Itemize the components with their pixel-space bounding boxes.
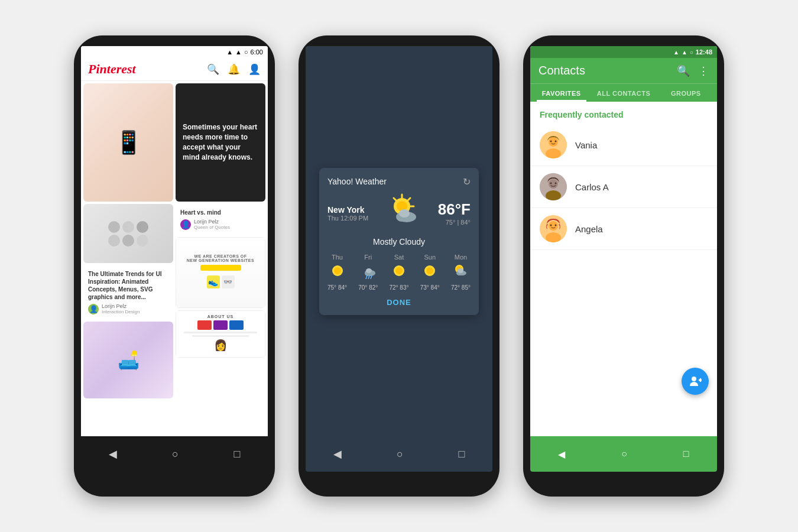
forecast-temps-sun: 73° 84° (420, 284, 440, 291)
pin-card-quote[interactable]: Sometimes your heart needs more time to … (176, 83, 265, 202)
contact-avatar-carlos (540, 173, 567, 200)
pin-card-heart[interactable]: Heart vs. mind 👤 Lorijn Pelz Queen of Qu… (176, 204, 265, 235)
back-button[interactable]: ◀ (333, 447, 342, 460)
svg-point-8 (399, 209, 410, 218)
contact-item-carlos[interactable]: Carlos A (530, 166, 717, 208)
svg-point-25 (458, 268, 463, 273)
recents-button[interactable]: □ (683, 449, 689, 459)
weather-done-button[interactable]: DONE (327, 298, 471, 307)
svg-line-15 (368, 275, 369, 279)
back-button[interactable]: ◀ (109, 447, 117, 460)
battery-icon: ○ (690, 49, 693, 56)
contacts-status-bar: ▲ ▲ ○ 12:48 (530, 46, 717, 58)
contact-item-angela[interactable]: Angela (530, 208, 717, 250)
forecast-sat: Sat 72° 83° (389, 254, 408, 291)
nav-bar-pinterest: ◀ ○ □ (81, 436, 268, 472)
pin-card-web[interactable]: WE ARE CREATORS OFNEW GENERATION WEBSITE… (176, 237, 265, 308)
svg-point-35 (555, 183, 557, 184)
author-avatar-1: 👤 (88, 304, 99, 314)
contact-item-vania[interactable]: Vania (530, 124, 717, 166)
author-sub-1: Interaction Design (102, 309, 140, 314)
pin-card-grey[interactable] (83, 204, 173, 263)
svg-point-10 (334, 267, 341, 274)
pinterest-logo: Pinterest (88, 61, 136, 77)
contacts-tabs: FAVORITES ALL CONTACTS GROUPS (530, 83, 717, 102)
forecast-icon-sat (391, 262, 407, 283)
author-sub-2: Queen of Quotes (194, 225, 230, 230)
weather-widget-header: Yahoo! Weather ↻ (327, 176, 471, 187)
svg-point-41 (692, 377, 696, 381)
contact-avatar-angela (540, 215, 567, 242)
pin-card-hand[interactable]: 📱 (83, 83, 173, 202)
svg-point-29 (550, 141, 552, 142)
pinterest-header: Pinterest 🔍 🔔 👤 (81, 58, 268, 81)
add-contact-fab[interactable] (682, 368, 709, 395)
tab-groups[interactable]: GROUPS (655, 84, 717, 102)
forecast-icon-sun (421, 262, 438, 283)
home-button[interactable]: ○ (397, 448, 403, 460)
phone-pinterest: ▲ ▲ ○ 6:00 Pinterest 🔍 🔔 👤 📱 (74, 35, 275, 497)
notifications-icon[interactable]: 🔔 (228, 63, 240, 76)
forecast-temps-sat: 72° 83° (389, 284, 408, 291)
contacts-toolbar: Contacts 🔍 ⋮ (530, 58, 717, 83)
svg-point-37 (549, 221, 558, 231)
contact-name-angela: Angela (575, 224, 603, 234)
contacts-screen-wrapper: ▲ ▲ ○ 12:48 Contacts 🔍 ⋮ FAVORITES ALL (530, 46, 717, 436)
pin-image-grey (83, 204, 173, 263)
pin-card-room[interactable]: 🛋️ (83, 322, 173, 398)
svg-line-14 (366, 275, 367, 279)
profile-icon[interactable]: 👤 (248, 63, 261, 76)
pin-image-about: ABOUT US 👩 (176, 310, 265, 358)
status-bar: ▲ ▲ ○ 6:00 (81, 46, 268, 58)
pin-article-author: 👤 Lorijn Pelz Interaction Design (88, 303, 168, 314)
svg-point-40 (555, 225, 557, 226)
home-button[interactable]: ○ (621, 449, 627, 459)
pinterest-header-icons: 🔍 🔔 👤 (207, 63, 261, 76)
home-button[interactable]: ○ (172, 448, 179, 460)
author-name-2: Lorijn Pelz (194, 219, 230, 225)
pin-article-title: The Ultimate Trends for UI Inspiration: … (88, 270, 168, 301)
weather-screen: Yahoo! Weather ↻ New York Thu 12:09 PM (306, 46, 492, 436)
recents-button[interactable]: □ (458, 448, 465, 460)
contacts-more-icon[interactable]: ⋮ (698, 64, 709, 77)
contacts-search-icon[interactable]: 🔍 (677, 64, 690, 77)
author-name-1: Lorijn Pelz (102, 303, 140, 309)
svg-point-39 (550, 225, 552, 226)
weather-main-icon (385, 193, 421, 233)
nav-bar-weather: ◀ ○ □ (306, 436, 492, 472)
phone-weather: Yahoo! Weather ↻ New York Thu 12:09 PM (299, 35, 499, 497)
weather-temp-section: 86°F 75° | 84° (438, 200, 471, 226)
contacts-screen: ▲ ▲ ○ 12:48 Contacts 🔍 ⋮ FAVORITES ALL (530, 46, 717, 436)
weather-main-section: New York Thu 12:09 PM (327, 193, 471, 233)
weather-location: New York Thu 12:09 PM (327, 205, 368, 222)
forecast-day-thu: Thu (332, 254, 343, 261)
pin-card-about[interactable]: ABOUT US 👩 (176, 310, 265, 358)
status-time: 6:00 (251, 48, 263, 56)
search-icon[interactable]: 🔍 (207, 63, 219, 76)
tab-favorites[interactable]: FAVORITES (530, 84, 592, 102)
forecast-sun: Sun 73° 84° (420, 254, 440, 291)
pin-column-1: 📱 (83, 83, 173, 418)
weather-condition: Mostly Cloudy (327, 237, 471, 246)
svg-point-20 (426, 267, 433, 274)
forecast-day-sun: Sun (424, 254, 436, 261)
pin-image-hand: 📱 (83, 83, 173, 202)
refresh-icon[interactable]: ↻ (463, 176, 471, 187)
forecast-icon-fri (360, 262, 377, 283)
forecast-day-fri: Fri (364, 254, 372, 261)
pin-image-quote: Sometimes your heart needs more time to … (176, 83, 265, 202)
forecast-mon: Mon 72° 85° (451, 254, 471, 291)
recents-button[interactable]: □ (233, 448, 240, 460)
pin-card-article[interactable]: The Ultimate Trends for UI Inspiration: … (83, 265, 173, 319)
battery-icon: ○ (244, 48, 248, 56)
pin-image-web: WE ARE CREATORS OFNEW GENERATION WEBSITE… (176, 237, 265, 308)
tab-all-contacts[interactable]: ALL CONTACTS (592, 84, 654, 102)
weather-city: New York (327, 205, 368, 215)
forecast-icon-thu (329, 262, 346, 283)
back-button[interactable]: ◀ (558, 449, 565, 460)
forecast-day-mon: Mon (455, 254, 467, 261)
forecast-fri: Fri 70° 82° (358, 254, 378, 291)
pin-quote-text: Sometimes your heart needs more time to … (183, 122, 258, 162)
signal-icon: ▲ (682, 49, 687, 56)
svg-line-5 (394, 198, 396, 200)
